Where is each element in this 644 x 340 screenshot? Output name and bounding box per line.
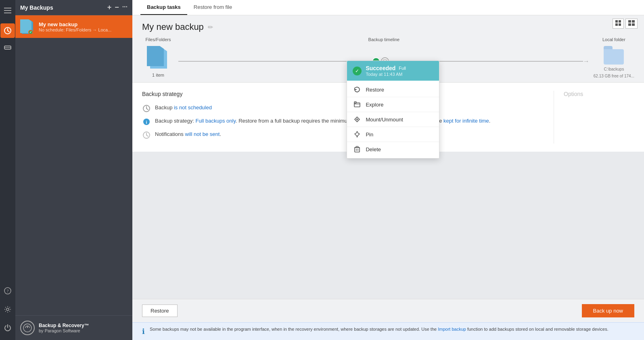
svg-rect-30 [628, 23, 631, 26]
svg-point-8 [6, 308, 9, 311]
svg-text:?: ? [7, 288, 9, 293]
backup-item-desc: No schedule: Files/Folders → Loca... [39, 27, 128, 32]
svg-rect-28 [628, 20, 631, 23]
popup-title: Succeeded [366, 65, 395, 71]
retention-link[interactable]: kept for infinite time [443, 118, 489, 124]
tab-backup-tasks[interactable]: Backup tasks [140, 0, 187, 15]
restore-icon [353, 86, 361, 93]
schedule-text: Backup is not scheduled [155, 104, 212, 112]
popup-mount-label: Mount/Unmount [366, 117, 403, 123]
view-toggle-grid[interactable] [613, 19, 624, 29]
item-count: 1 item [152, 73, 164, 77]
hamburger-menu-icon[interactable] [0, 3, 15, 18]
popup-header-info: Succeeded Full Today at 11:43 AM [366, 65, 406, 77]
backup-list-item[interactable]: ✓ My new backup No schedule: Files/Folde… [15, 15, 132, 38]
popup-check-icon: ✓ [353, 67, 362, 75]
tab-restore-from-file[interactable]: Restore from file [187, 0, 238, 15]
timeline-label: Backup timeline [368, 37, 400, 42]
popup-menu: Restore Explore [347, 81, 439, 158]
backup-item-icon: ✓ [20, 19, 35, 34]
popup-mount-item[interactable]: Mount/Unmount [347, 112, 439, 127]
dest-label: Local folder [602, 37, 625, 42]
timeline-arrow-icon: → [583, 58, 590, 65]
popup-restore-item[interactable]: Restore [347, 82, 439, 97]
delete-icon [353, 146, 361, 153]
mount-icon [353, 116, 361, 123]
brand-name: Backup & Recovery™ [39, 323, 89, 328]
backup-area: Files/Folders 1 item Backup timeline ✓ [132, 37, 644, 82]
popup-time: Today at 11:43 AM [366, 72, 406, 77]
popup-delete-label: Delete [366, 146, 381, 152]
popup-pin-item[interactable]: Pin [347, 127, 439, 142]
svg-rect-27 [619, 23, 621, 26]
import-backup-link[interactable]: Import backup [438, 327, 466, 332]
svg-rect-19 [355, 148, 360, 152]
source-column: Files/Folders 1 item [142, 37, 174, 77]
restore-button[interactable]: Restore [142, 305, 178, 317]
popup-header: ✓ Succeeded Full Today at 11:43 AM [347, 61, 439, 81]
strategy-type-icon: i [142, 117, 151, 126]
notify-text: Notifications will not be sent. [155, 130, 221, 138]
info-text: Some backups may not be available in the… [150, 327, 608, 332]
view-toggle [613, 19, 638, 29]
svg-rect-2 [4, 13, 11, 13]
sidebar-header-actions: + − ··· [107, 3, 128, 12]
edit-title-icon[interactable]: ✏ [208, 23, 213, 31]
popup-restore-label: Restore [366, 87, 384, 93]
strategy-type-link[interactable]: Full backups only [195, 118, 235, 124]
brand-logo [20, 321, 35, 335]
info-icon: ℹ [142, 327, 145, 336]
backup-nav-icon[interactable] [0, 23, 15, 38]
add-backup-icon[interactable]: + [107, 3, 112, 12]
backup-now-button[interactable]: Back up now [582, 304, 634, 317]
backup-item-name: My new backup [39, 21, 128, 27]
more-options-icon[interactable]: ··· [122, 3, 128, 12]
svg-rect-15 [354, 102, 356, 103]
brand-text: Backup & Recovery™ by Paragon Software [39, 323, 89, 333]
schedule-clock-icon [142, 104, 151, 113]
explore-icon [353, 101, 361, 108]
sidebar-footer: Backup & Recovery™ by Paragon Software [15, 315, 132, 340]
svg-rect-0 [4, 8, 11, 8]
power-icon[interactable] [0, 321, 15, 335]
context-popup: ✓ Succeeded Full Today at 11:43 AM [347, 60, 439, 159]
extra-area [132, 152, 644, 299]
popup-explore-item[interactable]: Explore [347, 97, 439, 112]
svg-rect-26 [615, 23, 618, 26]
dest-column: Local folder C:\backups 62.13 GB free of… [594, 37, 634, 78]
popup-pin-label: Pin [366, 131, 373, 138]
drive-nav-icon[interactable] [0, 40, 15, 55]
page-title: My new backup [142, 22, 204, 32]
svg-line-39 [146, 135, 148, 136]
options-label: Options [564, 91, 583, 97]
popup-explore-label: Explore [366, 102, 383, 108]
dest-size: 62.13 GB free of 174... [594, 74, 634, 78]
settings-icon[interactable] [0, 302, 15, 317]
options-column: Options [554, 91, 634, 144]
remove-backup-icon[interactable]: − [115, 3, 119, 12]
popup-delete-item[interactable]: Delete [347, 142, 439, 156]
main-tabs: Backup tasks Restore from file [132, 0, 644, 15]
info-bar: ℹ Some backups may not be available in t… [132, 322, 644, 340]
notify-link[interactable]: will not be sent [185, 131, 220, 137]
svg-rect-31 [632, 23, 635, 26]
dest-folder-icon [604, 46, 624, 65]
sidebar: My Backups + − ··· ✓ My new backup [15, 0, 132, 340]
strategy-text: Backup strategy: Full backups only. Rest… [155, 117, 490, 125]
main-content: Backup tasks Restore from file My new ba… [132, 0, 644, 340]
dest-path: C:\backups [604, 67, 624, 71]
source-file-icon [147, 46, 169, 70]
main-footer: Restore Back up now [132, 299, 644, 322]
pin-icon [353, 131, 361, 138]
view-toggle-list[interactable] [625, 19, 638, 29]
sidebar-title: My Backups [20, 4, 53, 11]
brand-sub: by Paragon Software [39, 328, 80, 333]
schedule-link[interactable]: is not scheduled [174, 104, 212, 111]
notify-icon [142, 131, 151, 140]
svg-rect-24 [615, 20, 618, 23]
help-icon[interactable]: ? [0, 284, 15, 298]
sidebar-header: My Backups + − ··· [15, 0, 132, 15]
icon-strip: ? [0, 0, 15, 340]
timeline-column: Backup timeline ✓ → ✓ [174, 37, 594, 65]
timeline-line-left [178, 61, 372, 62]
